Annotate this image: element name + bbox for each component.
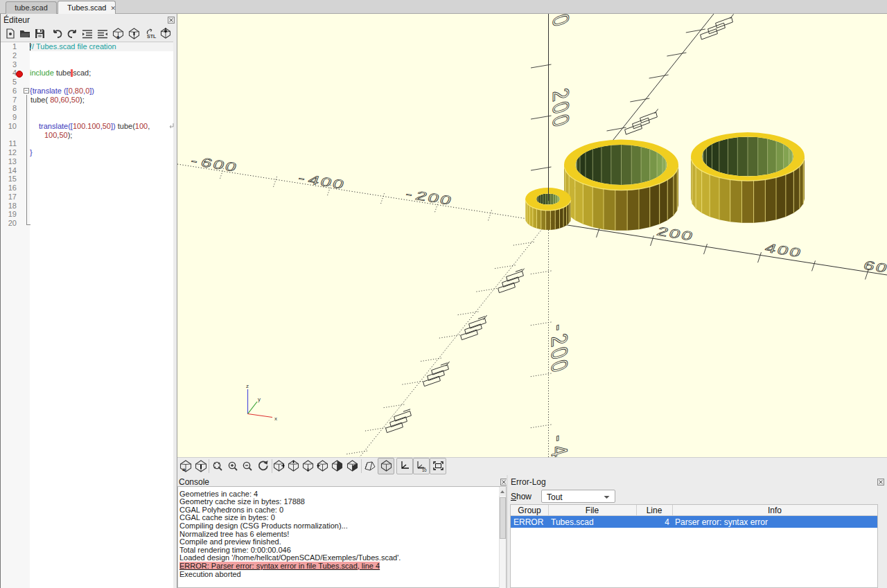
svg-text:z: z: [246, 383, 249, 389]
svg-text:y: y: [258, 396, 261, 402]
svg-text:10: 10: [422, 468, 427, 472]
svg-text:»: »: [182, 466, 186, 472]
svg-text:»: »: [116, 34, 120, 39]
svg-text:STL: STL: [147, 34, 157, 39]
svg-text:x: x: [274, 416, 277, 422]
